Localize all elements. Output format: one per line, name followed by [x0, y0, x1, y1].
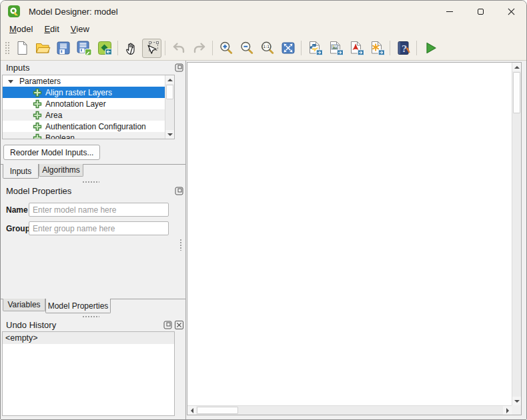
- save-model-icon: [55, 40, 71, 56]
- tree-group-parameters[interactable]: Parameters: [3, 75, 165, 87]
- tree-item-area[interactable]: Area: [3, 109, 165, 121]
- tree-item-label: Authentication Configuration: [45, 122, 146, 131]
- tab-algorithms[interactable]: Algorithms: [39, 164, 83, 177]
- float-panel-icon[interactable]: [174, 187, 183, 196]
- save-model-in-project-button[interactable]: [95, 39, 114, 58]
- model-group-input[interactable]: [29, 221, 169, 235]
- svg-text:(1:1): (1:1): [261, 44, 271, 49]
- inputs-panel-title: Inputs: [6, 63, 29, 73]
- minimize-button[interactable]: [434, 1, 465, 22]
- model-properties-title: Model Properties: [6, 186, 71, 196]
- toolbar-grip[interactable]: [4, 41, 9, 55]
- menu-edit[interactable]: Edit: [39, 23, 63, 35]
- tree-item-label: Annotation Layer: [45, 99, 106, 109]
- main-area: Inputs Parameters: [1, 61, 526, 419]
- close-panel-icon[interactable]: [174, 321, 183, 330]
- float-panel-icon[interactable]: [174, 63, 183, 73]
- edit-help-icon: ?: [396, 40, 412, 56]
- close-icon: [508, 8, 515, 15]
- export-as-image-button[interactable]: [326, 39, 345, 58]
- export-as-pdf-icon: [348, 40, 364, 56]
- scroll-down-button[interactable]: [165, 130, 174, 139]
- scrollbar-thumb[interactable]: [513, 72, 520, 113]
- minimize-icon: [446, 11, 453, 12]
- parameter-plus-icon: [33, 133, 42, 140]
- model-group-row: Group: [1, 221, 169, 235]
- scrollbar-thumb[interactable]: [197, 407, 238, 414]
- new-model-button[interactable]: [12, 39, 31, 58]
- inputs-tree: Parameters Align raster Layers Annotatio…: [2, 75, 175, 139]
- redo-button[interactable]: [189, 39, 209, 58]
- undo-history-header: Undo History: [1, 319, 185, 331]
- model-canvas[interactable]: [187, 62, 522, 415]
- inputs-tree-scrollbar[interactable]: [165, 75, 174, 139]
- reorder-model-inputs-button[interactable]: Reorder Model Inputs...: [3, 145, 100, 160]
- tab-model-properties[interactable]: Model Properties: [45, 299, 111, 313]
- export-as-python-icon: [307, 40, 323, 56]
- zoom-in-button[interactable]: [216, 39, 235, 58]
- undo-history-list: <empty>: [2, 331, 175, 416]
- zoom-out-button[interactable]: [237, 39, 256, 58]
- save-model-as-button[interactable]: [74, 39, 93, 58]
- pan-button[interactable]: [121, 39, 141, 58]
- run-model-icon: [422, 40, 438, 56]
- canvas-horizontal-scrollbar[interactable]: [187, 405, 512, 415]
- menubar: Model Edit View: [1, 22, 526, 36]
- parameter-plus-icon: [33, 111, 42, 120]
- tree-item-annotation-layer[interactable]: Annotation Layer: [3, 98, 165, 109]
- redo-icon: [191, 40, 207, 56]
- menu-view[interactable]: View: [66, 23, 94, 35]
- tree-item-align-raster-layers[interactable]: Align raster Layers: [3, 87, 165, 98]
- export-as-pdf-button[interactable]: [346, 39, 366, 58]
- toolbar-separator: [165, 41, 165, 55]
- chevron-down-icon: [7, 78, 14, 85]
- zoom-full-button[interactable]: [278, 39, 298, 58]
- open-model-button[interactable]: [33, 39, 52, 58]
- save-model-as-icon: [76, 40, 92, 56]
- inputs-panel-header: Inputs: [1, 62, 185, 73]
- save-model-button[interactable]: [53, 39, 73, 58]
- undo-history-title: Undo History: [6, 320, 56, 330]
- scroll-right-button[interactable]: [503, 406, 512, 415]
- zoom-actual-size-button[interactable]: (1:1): [257, 39, 277, 58]
- tab-inputs[interactable]: Inputs: [3, 164, 39, 179]
- group-label: Group: [1, 224, 29, 233]
- tree-item-label: Area: [45, 111, 62, 120]
- splitter-handle-vertical[interactable]: [179, 239, 181, 251]
- dock-tabbar: Variables Model Properties: [1, 299, 185, 314]
- float-panel-icon[interactable]: [163, 321, 172, 330]
- menu-model[interactable]: Model: [5, 23, 37, 35]
- close-button[interactable]: [496, 1, 526, 22]
- toolbar-separator: [212, 41, 213, 55]
- export-as-python-button[interactable]: [305, 39, 324, 58]
- tree-item-authentication-configuration[interactable]: Authentication Configuration: [3, 121, 165, 132]
- zoom-full-icon: [280, 40, 296, 56]
- canvas-vertical-scrollbar[interactable]: [512, 63, 521, 405]
- scroll-left-button[interactable]: [187, 406, 196, 415]
- model-designer-window: Model Designer: model Model Edit View: [0, 0, 527, 420]
- zoom-out-icon: [239, 40, 255, 56]
- new-model-icon: [14, 40, 30, 56]
- save-model-in-project-icon: [97, 40, 113, 56]
- splitter-handle[interactable]: [82, 180, 99, 183]
- splitter-handle[interactable]: [82, 315, 99, 317]
- undo-button[interactable]: [169, 39, 188, 58]
- export-as-svg-button[interactable]: [367, 39, 386, 58]
- maximize-button[interactable]: [465, 1, 496, 22]
- select-move-item-button[interactable]: [142, 39, 161, 58]
- edit-help-button[interactable]: ?: [394, 39, 413, 58]
- undo-history-item[interactable]: <empty>: [3, 332, 174, 344]
- run-model-button[interactable]: [420, 39, 440, 58]
- scroll-up-button[interactable]: [165, 75, 174, 84]
- scrollbar-thumb[interactable]: [166, 85, 173, 99]
- tree-item-boolean[interactable]: Boolean: [3, 132, 165, 139]
- maximize-icon: [478, 9, 484, 15]
- pan-icon: [123, 40, 139, 56]
- tab-variables[interactable]: Variables: [3, 299, 45, 311]
- scroll-down-button[interactable]: [512, 397, 521, 405]
- parameter-plus-icon: [33, 88, 42, 97]
- model-name-input[interactable]: [29, 203, 169, 217]
- scroll-up-button[interactable]: [512, 63, 521, 71]
- tree-item-label: Align raster Layers: [45, 88, 112, 97]
- qgis-logo-icon: [7, 5, 21, 18]
